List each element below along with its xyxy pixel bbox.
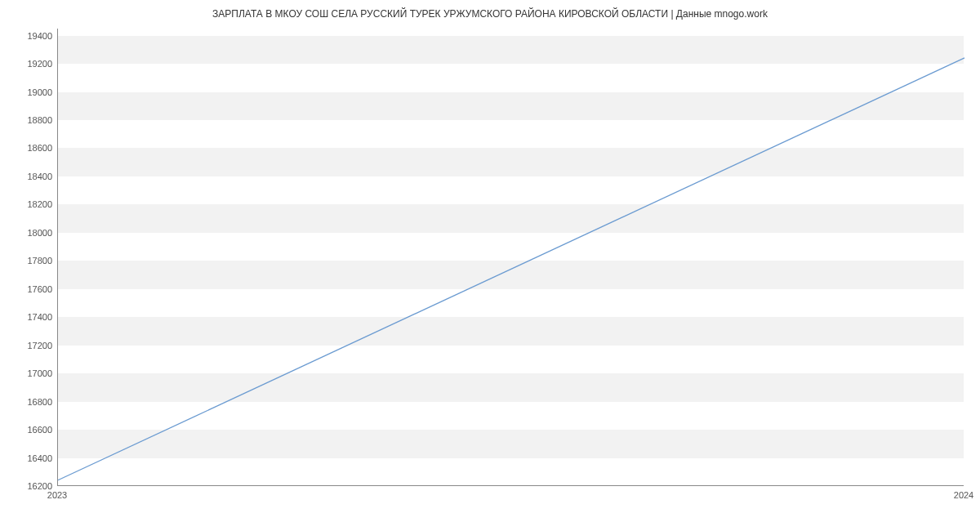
- y-tick-label: 16800: [11, 397, 52, 407]
- x-tick-label: 2023: [47, 490, 67, 500]
- y-tick-label: 18400: [11, 172, 52, 181]
- y-tick-label: 16400: [11, 453, 52, 463]
- y-tick-label: 17400: [11, 312, 52, 322]
- y-tick-label: 17200: [11, 341, 52, 350]
- y-tick-label: 18200: [11, 199, 52, 209]
- y-tick-label: 18000: [11, 228, 52, 238]
- y-tick-label: 17600: [11, 284, 52, 294]
- y-tick-label: 19000: [11, 87, 52, 97]
- y-tick-label: 18600: [11, 143, 52, 153]
- x-tick-label: 2024: [954, 490, 973, 500]
- chart-title: ЗАРПЛАТА В МКОУ СОШ СЕЛА РУССКИЙ ТУРЕК У…: [0, 0, 980, 20]
- data-line: [58, 58, 964, 480]
- y-tick-label: 19400: [11, 31, 52, 41]
- y-tick-label: 16200: [11, 481, 52, 491]
- y-tick-label: 16600: [11, 425, 52, 435]
- y-tick-label: 17800: [11, 256, 52, 266]
- y-tick-label: 17000: [11, 368, 52, 378]
- y-tick-label: 19200: [11, 59, 52, 69]
- chart-svg: [58, 29, 964, 485]
- y-tick-label: 18800: [11, 115, 52, 125]
- plot-area: [57, 29, 964, 486]
